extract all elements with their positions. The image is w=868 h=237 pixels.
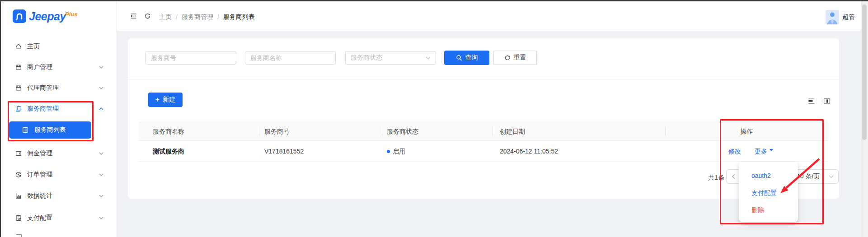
service-provider-name-input[interactable]: [245, 51, 336, 65]
sidebar-item-label: 佣金管理: [27, 149, 52, 158]
brand-suffix: Plus: [65, 11, 77, 18]
sidebar-item-service-provider-mgmt[interactable]: 服务商管理: [1, 100, 117, 118]
column-settings-button[interactable]: [823, 97, 831, 107]
column-header-status: 服务商状态: [387, 122, 418, 141]
collapse-sidebar-button[interactable]: [130, 12, 137, 22]
brand-name: Jeepay: [29, 10, 66, 23]
header-separator: [382, 127, 382, 136]
sidebar-item-home[interactable]: 主页: [1, 37, 117, 56]
agent-icon: [15, 84, 22, 92]
breadcrumb-separator: /: [217, 14, 219, 21]
dropdown-item-oauth2[interactable]: oauth2: [751, 172, 771, 179]
header-separator: [493, 127, 493, 136]
cell-status: 启用: [393, 141, 405, 162]
chevron-down-icon: [99, 217, 103, 219]
chevron-down-icon: [99, 173, 103, 176]
search-button-label: 查询: [465, 54, 478, 62]
column-header-actions: 操作: [665, 122, 828, 141]
partially-visible-menu-icon: [16, 234, 22, 237]
chevron-down-icon: [99, 152, 103, 155]
chevron-down-icon: [99, 66, 103, 69]
column-settings-icon: [823, 97, 831, 105]
home-icon: [15, 43, 22, 50]
breadcrumb-current-page: 服务商列表: [223, 13, 255, 21]
merchant-icon: [15, 64, 22, 71]
sidebar-item-label: 订单管理: [27, 171, 52, 179]
sidebar-item-order-mgmt[interactable]: ¥ 订单管理: [1, 166, 117, 184]
sidebar-item-label: 代理商管理: [27, 84, 59, 92]
refresh-icon: [144, 13, 151, 19]
sidebar-item-agent-mgmt[interactable]: 代理商管理: [1, 79, 117, 97]
current-user-label[interactable]: 超管: [842, 13, 855, 21]
table-row[interactable]: [139, 141, 828, 162]
sidebar-item-statistics[interactable]: 数据统计: [1, 187, 117, 205]
create-new-label: 新建: [163, 96, 175, 104]
service-provider-icon: [15, 105, 22, 112]
pay-config-icon: [15, 214, 22, 222]
header-separator: [665, 127, 666, 136]
status-dot: [387, 150, 390, 153]
svg-text:¥: ¥: [18, 173, 19, 176]
jeepay-logo-icon: [13, 9, 26, 23]
sidebar-item-label: 商户管理: [27, 63, 52, 71]
stats-icon: [15, 192, 22, 200]
sidebar-item-label: 服务商列表: [34, 126, 66, 134]
dropdown-item-delete[interactable]: 删除: [751, 206, 764, 214]
commission-icon: [15, 150, 22, 157]
cell-provider-name: 测试服务商: [153, 141, 184, 162]
create-new-button[interactable]: + 新建: [148, 93, 183, 107]
breadcrumb: 主页 / 服务商管理 / 服务商列表: [159, 13, 255, 21]
search-button[interactable]: 查询: [444, 51, 489, 65]
chevron-down-icon: [426, 56, 431, 60]
breadcrumb-separator: /: [176, 14, 178, 21]
sidebar-item-label: 服务商管理: [27, 105, 59, 113]
cell-created-date: 2024-06-12 11:05:52: [500, 141, 558, 162]
service-provider-no-input[interactable]: [145, 51, 236, 65]
chevron-down-icon: [99, 87, 103, 89]
app-screen: Jeepay Plus 主页 商户管理 代理商管理 服务商管理 服务商列表 佣金…: [0, 0, 868, 237]
cell-provider-no: V1718161552: [264, 141, 304, 162]
table-density-button[interactable]: [807, 97, 816, 107]
dropdown-item-pay-config[interactable]: 支付配置: [751, 189, 777, 197]
sidebar-item-label: 支付配置: [27, 214, 52, 222]
column-header-no: 服务商号: [264, 122, 290, 141]
list-icon: [22, 126, 29, 134]
chevron-down-icon: [99, 195, 103, 197]
reset-button-label: 重置: [514, 54, 526, 62]
page-size-value: 10 条/页: [797, 172, 820, 181]
reset-button[interactable]: 重置: [493, 51, 537, 65]
avatar-image: [826, 10, 839, 24]
sidebar-item-merchant-mgmt[interactable]: 商户管理: [1, 58, 117, 76]
more-label: 更多: [755, 148, 767, 155]
density-icon: [807, 97, 816, 105]
chevron-up-icon: [99, 107, 103, 110]
menu-fold-icon: [130, 12, 137, 20]
sidebar-item-service-provider-list[interactable]: 服务商列表: [9, 121, 91, 139]
more-dropdown-trigger[interactable]: 更多: [755, 141, 773, 162]
search-icon: [456, 55, 462, 61]
sidebar-item-label: 数据统计: [27, 192, 52, 200]
refresh-page-button[interactable]: [144, 13, 151, 21]
column-header-name: 服务商名称: [153, 122, 184, 141]
service-provider-status-select[interactable]: 服务商状态: [345, 51, 436, 65]
select-placeholder: 服务商状态: [351, 54, 382, 62]
plus-icon: +: [155, 96, 160, 103]
breadcrumb-home[interactable]: 主页: [159, 13, 172, 21]
user-avatar[interactable]: [826, 10, 839, 26]
section-divider: [128, 79, 839, 79]
chevron-down-icon: [829, 175, 834, 178]
reset-icon: [504, 55, 511, 61]
logo-glyph: [14, 11, 24, 21]
pagination-total: 共1条: [691, 174, 724, 182]
header-separator: [259, 127, 259, 136]
scrollbar-thumb[interactable]: [862, 5, 867, 140]
sidebar-item-label: 主页: [27, 42, 40, 51]
edit-link[interactable]: 修改: [728, 141, 741, 162]
sidebar-item-commission-mgmt[interactable]: 佣金管理: [1, 144, 117, 163]
order-icon: ¥: [15, 171, 22, 178]
sidebar-item-pay-config[interactable]: 支付配置: [1, 209, 117, 227]
column-header-created: 创建日期: [500, 122, 525, 141]
breadcrumb-service-provider-mgmt[interactable]: 服务商管理: [182, 13, 213, 21]
caret-down-icon: [769, 149, 773, 153]
chevron-left-icon: [732, 174, 735, 179]
